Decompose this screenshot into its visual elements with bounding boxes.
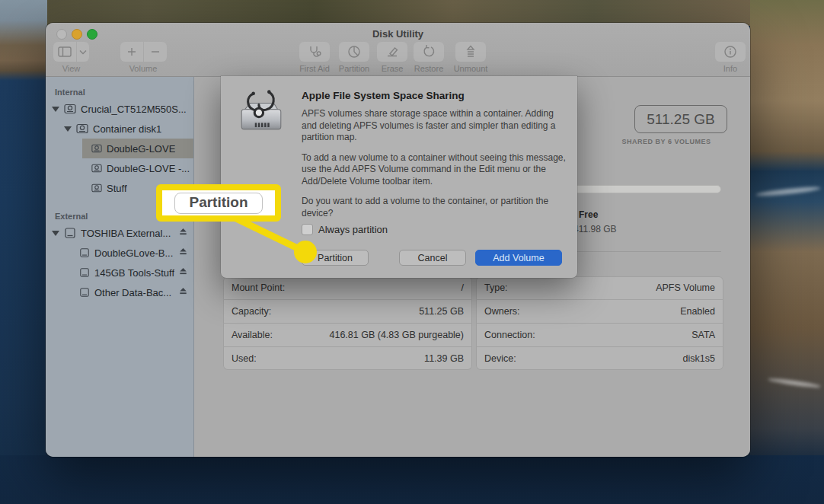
sidebar-item-label: TOSHIBA External... bbox=[81, 228, 171, 239]
partition-button[interactable] bbox=[339, 42, 369, 62]
stethoscope-icon bbox=[307, 44, 322, 59]
sidebar-item-label: DoubleG-LOVE -... bbox=[107, 163, 190, 174]
info-button[interactable] bbox=[715, 42, 746, 62]
unmount-label: Unmount bbox=[449, 64, 492, 73]
detail-value: 416.81 GB (4.83 GB purgeable) bbox=[329, 330, 464, 340]
view-dropdown-button[interactable] bbox=[77, 42, 89, 62]
detail-value: APFS Volume bbox=[656, 282, 715, 293]
detail-label: Device: bbox=[484, 353, 516, 364]
details-table-right: Type: APFS Volume Owners: Enabled Connec… bbox=[476, 276, 723, 370]
sidebar-item-crucial[interactable]: Crucial_CT512M550S... bbox=[46, 99, 193, 119]
detail-label: Available: bbox=[232, 330, 273, 340]
volume-icon bbox=[91, 183, 102, 193]
space-sharing-dialog: Apple File System Space Sharing APFS vol… bbox=[221, 76, 577, 278]
erase-button[interactable] bbox=[377, 42, 407, 62]
toolbar-group-info: Info bbox=[715, 42, 746, 73]
sidebar-item-label: Crucial_CT512M550S... bbox=[81, 104, 187, 115]
volume-icon bbox=[91, 143, 102, 154]
toolbar-group-partition: Partition bbox=[333, 42, 375, 73]
pie-chart-icon bbox=[347, 44, 362, 59]
detail-label: Used: bbox=[232, 353, 257, 364]
disclosure-triangle-icon[interactable] bbox=[64, 126, 72, 132]
external-volume-icon bbox=[79, 267, 90, 278]
dialog-body-2: To add a new volume to a container witho… bbox=[302, 152, 567, 188]
info-icon bbox=[723, 45, 737, 59]
sidebar-item-doubleg-love-2[interactable]: DoubleG-LOVE -... bbox=[46, 158, 193, 178]
toolbar-group-view: View bbox=[53, 42, 89, 73]
detail-label: Mount Point: bbox=[232, 282, 285, 293]
volume-label: Volume bbox=[120, 64, 167, 73]
detail-value: 511.25 GB bbox=[419, 306, 464, 317]
detail-value: Enabled bbox=[680, 306, 715, 317]
disclosure-triangle-icon[interactable] bbox=[52, 231, 59, 236]
dialog-question: Do you want to add a volume to the conta… bbox=[302, 196, 567, 219]
disk-utility-window: Disk Utility View bbox=[46, 23, 750, 457]
dialog-cancel-button[interactable]: Cancel bbox=[399, 250, 466, 266]
first-aid-button[interactable] bbox=[299, 42, 330, 62]
legend-free-label: Free bbox=[579, 209, 598, 220]
sidebar-item-doubleglove-b[interactable]: DoubleGLove-B... bbox=[46, 243, 193, 263]
checkbox[interactable] bbox=[302, 224, 313, 235]
table-row: Type: APFS Volume bbox=[476, 276, 723, 299]
sidebar-item-toshiba[interactable]: TOSHIBA External... bbox=[46, 223, 193, 243]
restore-button[interactable] bbox=[414, 42, 444, 62]
sidebar-item-container-disk1[interactable]: Container disk1 bbox=[46, 119, 193, 139]
dialog-partition-button[interactable]: Partition bbox=[302, 250, 369, 266]
restore-label: Restore bbox=[407, 64, 450, 73]
sidebar-item-label: Container disk1 bbox=[93, 123, 161, 135]
dialog-add-volume-button[interactable]: Add Volume bbox=[475, 250, 562, 266]
sidebar-section-internal: Internal bbox=[46, 85, 193, 99]
partition-callout: Partition bbox=[156, 184, 281, 222]
eject-icon[interactable] bbox=[179, 247, 187, 256]
external-volume-icon bbox=[79, 247, 90, 258]
dialog-body-1: APFS volumes share storage space within … bbox=[302, 108, 567, 144]
detail-label: Capacity: bbox=[232, 306, 271, 317]
sidebar-item-label: DoubleG-LOVE bbox=[107, 143, 175, 155]
sidebar-view-icon bbox=[58, 46, 72, 57]
eject-icon[interactable] bbox=[179, 287, 187, 295]
callout-partition-label: Partition bbox=[174, 193, 262, 214]
sidebar-item-doubleg-love[interactable]: DoubleG-LOVE bbox=[82, 139, 193, 158]
sidebar-item-label: Other Data-Bac... bbox=[94, 287, 171, 298]
eject-icon[interactable] bbox=[179, 228, 187, 236]
first-aid-label: First Aid bbox=[293, 64, 336, 73]
legend-free-value: 411.98 GB bbox=[573, 224, 616, 234]
checkbox-label: Always partition bbox=[318, 224, 388, 235]
volume-size-badge: 511.25 GB bbox=[634, 105, 727, 133]
wallpaper-left-coast bbox=[0, 0, 47, 504]
table-row: Available: 416.81 GB (4.83 GB purgeable) bbox=[223, 323, 472, 346]
table-row: Connection: SATA bbox=[476, 323, 723, 346]
container-icon bbox=[76, 123, 88, 134]
toolbar-group-unmount: Unmount bbox=[449, 42, 492, 73]
remove-volume-button[interactable] bbox=[144, 42, 167, 62]
titlebar: Disk Utility View bbox=[46, 23, 750, 77]
disclosure-triangle-icon[interactable] bbox=[52, 107, 59, 112]
detail-value: / bbox=[462, 282, 464, 293]
restore-arrow-icon bbox=[421, 44, 436, 59]
sidebar-item-other-data-bac[interactable]: Other Data-Bac... bbox=[46, 282, 193, 302]
sidebar-item-145gb-tools-stuff[interactable]: 145GB Tools-Stuff bbox=[46, 263, 193, 282]
partition-label: Partition bbox=[333, 64, 375, 73]
table-row: Mount Point: / bbox=[223, 276, 472, 299]
table-row: Used: 11.39 GB bbox=[223, 346, 472, 370]
detail-label: Owners: bbox=[484, 306, 520, 317]
details-table-left: Mount Point: / Capacity: 511.25 GB Avail… bbox=[223, 276, 472, 370]
add-volume-button[interactable] bbox=[120, 42, 143, 62]
wallpaper-mountain bbox=[0, 0, 824, 26]
detail-label: Type: bbox=[484, 282, 508, 293]
minus-icon bbox=[151, 47, 160, 56]
shared-by-label: SHARED BY 6 VOLUMES bbox=[605, 138, 727, 145]
window-title: Disk Utility bbox=[46, 28, 750, 40]
wallpaper-right-cliff bbox=[750, 0, 824, 504]
sidebar-item-label: DoubleGLove-B... bbox=[94, 247, 173, 259]
table-row: Device: disk1s5 bbox=[476, 346, 723, 370]
external-disk-icon bbox=[64, 228, 76, 238]
detail-label: Connection: bbox=[484, 330, 535, 340]
view-button[interactable] bbox=[53, 42, 76, 62]
detail-value: disk1s5 bbox=[683, 353, 715, 364]
eject-icon[interactable] bbox=[179, 267, 187, 276]
wallpaper-ocean bbox=[0, 455, 824, 504]
plus-icon bbox=[127, 47, 136, 56]
unmount-button[interactable] bbox=[455, 42, 486, 62]
eject-icon bbox=[463, 44, 478, 59]
